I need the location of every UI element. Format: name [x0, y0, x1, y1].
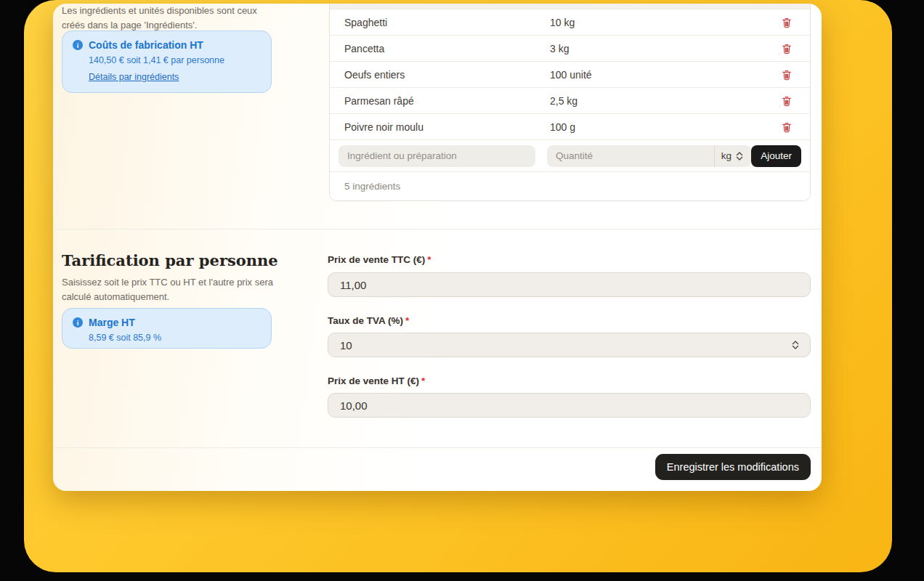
delete-ingredient-button[interactable] — [781, 95, 793, 107]
quantity-input[interactable] — [547, 145, 714, 167]
ingredient-quantity: 3 kg — [550, 43, 766, 54]
ingredient-quantity: 10 kg — [550, 17, 766, 28]
table-row: Pancetta 3 kg — [330, 35, 810, 61]
cost-box-subtitle: 140,50 € soit 1,41 € par personne — [89, 55, 261, 65]
required-asterisk: * — [427, 254, 431, 265]
delete-ingredient-button[interactable] — [781, 69, 793, 81]
trash-icon — [781, 95, 793, 107]
add-ingredient-row: kg Ajouter — [330, 139, 810, 171]
pricing-section-title: Tarification par personne — [62, 251, 278, 269]
page-background: Les ingrédients et unités disponibles so… — [0, 0, 924, 581]
delete-ingredient-button[interactable] — [781, 43, 793, 54]
pricing-section-description: Saisissez soit le prix TTC ou HT et l'au… — [62, 275, 301, 304]
marge-box-subtitle: 8,59 € soit 85,9 % — [89, 333, 261, 343]
taux-tva-select[interactable]: 10 — [328, 333, 811, 357]
table-row: Spaghetti 10 kg — [330, 9, 810, 35]
table-row: Poivre noir moulu 100 g — [330, 113, 810, 139]
ingredient-quantity: 100 unité — [550, 69, 766, 81]
unit-select-value: kg — [721, 150, 732, 161]
prix-ht-input[interactable] — [328, 393, 811, 418]
ingredient-name: Oeufs entiers — [344, 69, 550, 81]
ingredient-name: Spaghetti — [344, 17, 550, 28]
cost-details-link[interactable]: Détails par ingrédients — [89, 72, 179, 82]
yellow-backdrop: Les ingrédients et unités disponibles so… — [24, 0, 892, 572]
cost-info-box: i Coûts de fabrication HT 140,50 € soit … — [62, 31, 272, 93]
ingredients-note: Les ingrédients et unités disponibles so… — [62, 4, 294, 32]
ingredients-count: 5 ingrédients — [330, 171, 810, 200]
unit-select[interactable]: kg — [714, 145, 751, 167]
trash-icon — [781, 121, 793, 133]
field-label-taux-tva: Taux de TVA (%)* — [328, 315, 409, 326]
ingredient-name: Poivre noir moulu — [344, 121, 550, 133]
ingredients-table: Spaghetti 10 kg Pancetta 3 kg Oeufs enti… — [329, 4, 811, 201]
cost-box-title: Coûts de fabrication HT — [89, 39, 203, 51]
required-asterisk: * — [421, 375, 425, 386]
save-button[interactable]: Enregistrer les modifications — [655, 454, 811, 480]
pricing-desc-line1: Saisissez soit le prix TTC ou HT et l'au… — [62, 275, 301, 290]
ingredient-name: Pancetta — [344, 43, 550, 54]
taux-tva-value: 10 — [340, 339, 352, 352]
footer-divider — [53, 447, 822, 448]
delete-ingredient-button[interactable] — [781, 17, 793, 28]
add-ingredient-button[interactable]: Ajouter — [751, 145, 801, 167]
chevron-up-down-icon — [734, 151, 745, 161]
marge-info-box: i Marge HT 8,59 € soit 85,9 % — [62, 308, 272, 349]
ingredient-name: Parmesan râpé — [344, 95, 550, 107]
section-divider — [53, 229, 822, 229]
table-row: Oeufs entiers 100 unité — [330, 61, 810, 87]
info-icon: i — [73, 40, 83, 50]
ingredients-note-line1: Les ingrédients et unités disponibles so… — [62, 4, 294, 18]
table-row-cutoff — [330, 4, 810, 9]
app-card: Les ingrédients et unités disponibles so… — [53, 4, 822, 491]
delete-ingredient-button[interactable] — [781, 121, 793, 133]
ingredient-quantity: 2,5 kg — [550, 95, 766, 107]
ingredient-name-input[interactable] — [339, 145, 535, 167]
trash-icon — [781, 43, 793, 54]
trash-icon — [781, 69, 793, 81]
marge-box-title: Marge HT — [89, 317, 135, 328]
required-asterisk: * — [405, 315, 409, 326]
field-label-prix-ht: Prix de vente HT (€)* — [328, 375, 425, 386]
prix-ttc-input[interactable] — [328, 272, 811, 297]
chevron-up-down-icon — [790, 340, 801, 350]
table-row: Parmesan râpé 2,5 kg — [330, 87, 810, 113]
ingredient-quantity: 100 g — [550, 121, 766, 133]
trash-icon — [781, 17, 793, 28]
pricing-desc-line2: calculé automatiquement. — [62, 290, 301, 304]
field-label-prix-ttc: Prix de vente TTC (€)* — [328, 254, 431, 265]
quantity-input-group: kg — [547, 145, 751, 167]
info-icon: i — [73, 317, 83, 328]
